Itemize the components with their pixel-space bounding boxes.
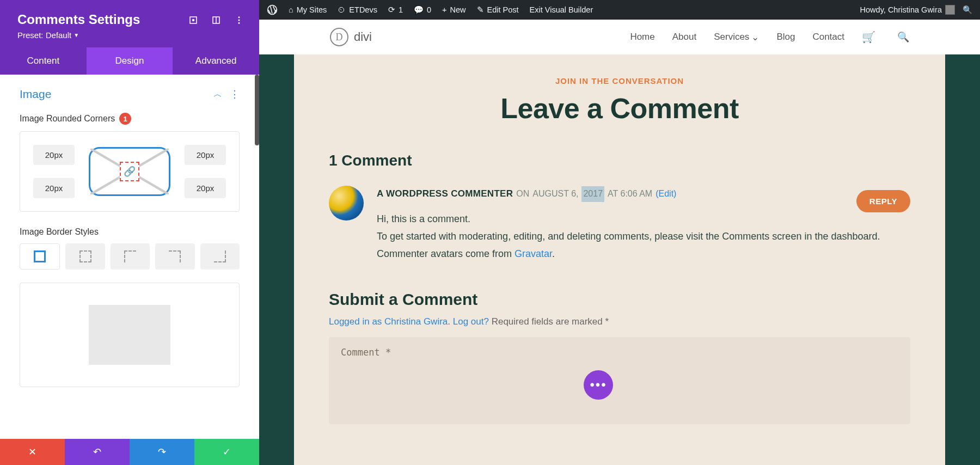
nav-blog[interactable]: Blog: [776, 32, 795, 42]
site-header: D divi Home About Services ⌄ Blog Contac…: [259, 20, 980, 54]
avatar: [945, 5, 955, 15]
svg-point-1: [193, 20, 194, 21]
site-link[interactable]: ⏲ETDevs: [338, 5, 377, 14]
commenter-name: A WORDPRESS COMMENTER: [377, 186, 513, 203]
rounded-corners-control: 🔗: [20, 131, 240, 212]
cart-icon[interactable]: 🛒: [862, 30, 875, 44]
border-style-2[interactable]: [65, 243, 105, 270]
tab-design[interactable]: Design: [87, 47, 173, 75]
kebab-icon[interactable]: ⋮: [230, 88, 240, 100]
edit-comment-link[interactable]: (Edit): [656, 186, 676, 202]
kebab-icon[interactable]: [234, 15, 244, 25]
nav-services[interactable]: Services ⌄: [714, 32, 759, 43]
tab-content[interactable]: Content: [0, 47, 87, 75]
undo-button[interactable]: ↶: [65, 439, 130, 465]
main-area: ⌂My Sites ⏲ETDevs ⟳1 💬0 +New ✎Edit Post …: [259, 0, 980, 465]
edit-post-link[interactable]: ✎Edit Post: [477, 5, 519, 14]
submit-title: Submit a Comment: [329, 290, 910, 309]
corner-preview: 🔗: [89, 147, 170, 196]
eyebrow: JOIN IN THE CONVERSATION: [329, 76, 910, 85]
comment: A WORDPRESS COMMENTER ON AUGUST 6, 2017 …: [329, 186, 910, 263]
comments-link[interactable]: 💬0: [414, 5, 431, 15]
border-style-3[interactable]: [111, 243, 150, 270]
required-note: Required fields are marked *: [492, 316, 609, 327]
svg-point-5: [238, 20, 240, 21]
my-sites-link[interactable]: ⌂My Sites: [289, 5, 327, 14]
refresh-icon: ⟳: [388, 5, 395, 14]
field-label-rounded: Image Rounded Corners 1: [20, 113, 240, 125]
comment-para-3: Commenter avatars come from Gravatar.: [377, 245, 910, 262]
ellipsis-icon: •••: [590, 377, 607, 393]
border-styles: [20, 243, 240, 270]
meta-year-highlight: 2017: [581, 186, 604, 202]
comment-para-1: Hi, this is a comment.: [377, 210, 910, 228]
preset-label: Preset: Default: [17, 30, 71, 40]
pencil-icon: ✎: [477, 5, 484, 14]
preset-dropdown[interactable]: Preset: Default ▼: [17, 30, 242, 40]
scrollbar[interactable]: [255, 75, 259, 145]
fab-more[interactable]: •••: [584, 370, 613, 400]
border-style-5[interactable]: [200, 243, 240, 270]
meta-date-pre: AUGUST 6,: [532, 186, 578, 202]
expand-icon[interactable]: [188, 15, 198, 25]
corner-bl-input[interactable]: [33, 178, 75, 198]
link-corners-toggle[interactable]: 🔗: [120, 162, 139, 181]
new-link[interactable]: +New: [442, 5, 465, 14]
step-badge: 1: [119, 113, 131, 125]
caret-down-icon: ▼: [74, 32, 79, 38]
settings-panel: Comments Settings Preset: Default ▼ Cont…: [0, 0, 259, 465]
section-title: Image: [20, 88, 51, 101]
search-icon[interactable]: 🔍: [897, 31, 909, 43]
corner-tl-input[interactable]: [33, 145, 75, 165]
updates-link[interactable]: ⟳1: [388, 5, 403, 14]
wp-admin-bar: ⌂My Sites ⏲ETDevs ⟳1 💬0 +New ✎Edit Post …: [259, 0, 980, 20]
cancel-button[interactable]: ✕: [0, 439, 65, 465]
logged-in-link[interactable]: Logged in as Christina Gwira: [329, 316, 448, 327]
avatar: [329, 186, 364, 221]
main-nav: Home About Services ⌄ Blog Contact 🛒 🔍: [630, 30, 909, 44]
comment-body: A WORDPRESS COMMENTER ON AUGUST 6, 2017 …: [377, 186, 910, 263]
meta-time: AT 6:06 AM: [608, 186, 652, 202]
corner-br-input[interactable]: [185, 178, 226, 198]
hero-title: Leave a Comment: [329, 92, 910, 125]
exit-vb-link[interactable]: Exit Visual Builder: [530, 5, 593, 14]
logout-link[interactable]: Log out?: [453, 316, 489, 327]
comment-icon: 💬: [414, 5, 424, 15]
search-icon[interactable]: 🔍: [963, 5, 972, 15]
home-icon: ⌂: [289, 5, 293, 14]
wp-logo-icon[interactable]: [267, 4, 278, 15]
comment-meta: A WORDPRESS COMMENTER ON AUGUST 6, 2017 …: [377, 186, 910, 203]
field-label-border: Image Border Styles: [20, 227, 240, 237]
nav-about[interactable]: About: [672, 32, 696, 42]
border-style-4[interactable]: [155, 243, 194, 270]
divi-logo[interactable]: D divi: [330, 28, 372, 46]
comment-textarea[interactable]: [329, 337, 910, 424]
plus-icon: +: [442, 5, 446, 14]
nav-home[interactable]: Home: [630, 32, 654, 42]
reply-button[interactable]: REPLY: [856, 190, 910, 212]
panel-header: Comments Settings Preset: Default ▼: [0, 0, 259, 47]
chevron-up-icon[interactable]: ︿: [213, 89, 222, 100]
border-style-all[interactable]: [20, 243, 60, 270]
section-header-image[interactable]: Image ︿ ⋮: [20, 88, 240, 101]
border-preview-card: [20, 283, 240, 387]
nav-contact[interactable]: Contact: [812, 32, 844, 42]
divi-logo-text: divi: [354, 30, 372, 44]
tabs: Content Design Advanced: [0, 47, 259, 75]
divi-logo-icon: D: [330, 28, 348, 46]
panel-footer: ✕ ↶ ↷ ✓: [0, 439, 259, 465]
gravatar-link[interactable]: Gravatar: [514, 248, 552, 259]
link-icon: 🔗: [124, 166, 136, 178]
comments-count-title: 1 Comment: [329, 152, 910, 169]
tab-advanced[interactable]: Advanced: [173, 47, 259, 75]
columns-icon[interactable]: [211, 15, 221, 25]
header-icons: [188, 15, 244, 25]
save-button[interactable]: ✓: [194, 439, 259, 465]
corner-tr-input[interactable]: [185, 145, 226, 165]
greeting-link[interactable]: Howdy, Christina Gwira: [860, 5, 955, 15]
comment-para-2: To get started with moderating, editing,…: [377, 228, 910, 245]
meta-on: ON: [516, 186, 529, 202]
page-content: JOIN IN THE CONVERSATION Leave a Comment…: [294, 54, 945, 465]
svg-point-4: [238, 16, 240, 18]
redo-button[interactable]: ↷: [130, 439, 194, 465]
